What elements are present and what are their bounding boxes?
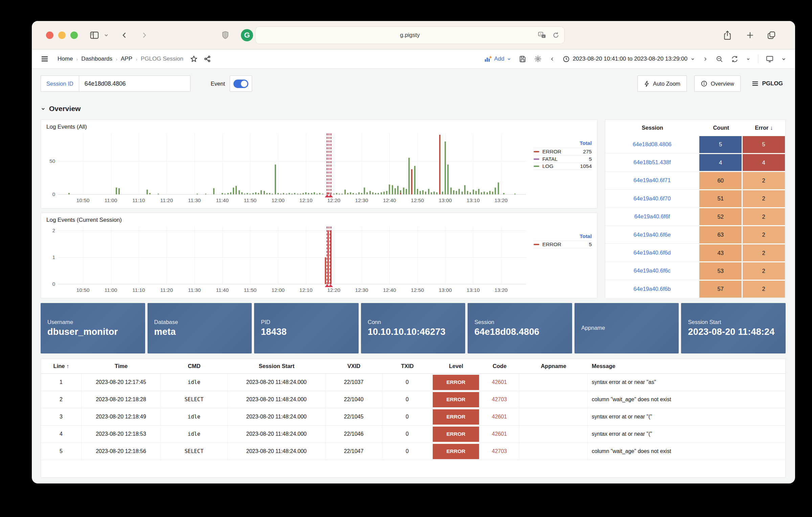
panel-title[interactable]: Log Events (All) — [46, 124, 87, 130]
zoom-window-button[interactable] — [70, 31, 78, 39]
annotation-line[interactable] — [328, 227, 329, 284]
breadcrumb-dashboards[interactable]: Dashboards — [81, 56, 112, 62]
favorite-star-icon[interactable] — [190, 55, 198, 63]
legend-item-error[interactable]: ERROR5 — [534, 241, 592, 248]
refresh-dashboard-icon[interactable] — [731, 55, 739, 63]
plot-area[interactable] — [58, 133, 526, 194]
legend-swatch — [534, 151, 539, 152]
legend-total-header[interactable]: Total — [534, 233, 592, 241]
time-shift-forward-icon[interactable] — [702, 56, 708, 62]
session-id-link[interactable]: 64e19a40.6f6c — [605, 262, 699, 280]
x-axis-label: 12:40 — [383, 197, 396, 203]
log-table-row[interactable]: 32023-08-20 12:18:49idle2023-08-20 11:48… — [41, 408, 785, 426]
translate-icon[interactable]: Ax — [538, 31, 546, 39]
session-id-link[interactable]: 64e18d08.4806 — [605, 135, 699, 153]
sidebar-chevron-down-icon[interactable] — [104, 33, 109, 38]
breadcrumb-home[interactable]: Home — [58, 56, 73, 62]
annotation-marker-icon[interactable] — [328, 284, 333, 287]
session-id-link[interactable]: 64e18b51.438f — [605, 153, 699, 171]
annotation-line[interactable] — [330, 227, 330, 284]
minimize-window-button[interactable] — [58, 31, 66, 39]
add-panel-button[interactable]: Add — [484, 56, 511, 62]
log-bar — [302, 193, 304, 194]
annotation-line[interactable] — [331, 133, 332, 194]
session-id-link[interactable]: 64e19a40.6f6e — [605, 226, 699, 244]
kiosk-chevron-down-icon[interactable] — [781, 57, 786, 62]
overview-section-header[interactable]: Overview — [41, 105, 81, 113]
log-column-header-time[interactable]: Time — [82, 363, 161, 369]
log-column-header-code[interactable]: Code — [480, 363, 519, 369]
legend-item-log[interactable]: LOG1054 — [534, 163, 592, 170]
log-column-header-appname[interactable]: Appname — [519, 363, 588, 369]
time-range-picker[interactable]: 2023-08-20 10:41:00 to 2023-08-20 13:29:… — [563, 56, 695, 63]
overview-button[interactable]: Overview — [694, 76, 741, 92]
session-id-link[interactable]: 64e19a40.6f70 — [605, 190, 699, 208]
plot-area[interactable] — [58, 227, 526, 284]
tab-overview-icon[interactable] — [767, 30, 776, 40]
log-table-row[interactable]: 42023-08-20 12:18:53idle2023-08-20 11:48… — [41, 426, 785, 443]
annotation-line[interactable] — [326, 133, 327, 194]
log-column-header-session-start[interactable]: Session Start — [228, 363, 325, 369]
dashboard-settings-gear-icon[interactable] — [534, 55, 542, 63]
session-id-link[interactable]: 64e19a40.6f6f — [605, 208, 699, 226]
log-column-header-txid[interactable]: TXID — [382, 363, 432, 369]
mega-menu-icon[interactable] — [41, 55, 49, 63]
legend-total-header[interactable]: Total — [534, 140, 592, 148]
panel-title[interactable]: Log Events (Current Session) — [46, 217, 122, 223]
grammarly-extension-icon[interactable]: G — [241, 29, 253, 41]
legend-item-fatal[interactable]: FATAL5 — [534, 155, 592, 163]
zoom-out-time-icon[interactable] — [716, 55, 723, 63]
annotation-line[interactable] — [331, 227, 332, 284]
share-icon[interactable] — [723, 30, 732, 40]
sidebar-toggle-icon[interactable] — [89, 30, 99, 40]
log-column-header-cmd[interactable]: CMD — [161, 363, 228, 369]
tv-mode-icon[interactable] — [766, 55, 774, 63]
new-tab-icon[interactable] — [746, 31, 754, 40]
annotation-line[interactable] — [328, 133, 329, 194]
vxid-cell: 22/1047 — [325, 443, 382, 460]
back-button[interactable] — [120, 31, 129, 39]
log-column-header-level[interactable]: Level — [432, 363, 480, 369]
pglog-menu-button[interactable]: PGLOG — [748, 80, 786, 87]
message-cell: column "wait_age" does not exist — [588, 391, 785, 408]
forward-button[interactable] — [140, 31, 148, 39]
breadcrumb-app[interactable]: APP — [121, 56, 132, 62]
txid-cell: 0 — [382, 408, 432, 425]
column-header-error[interactable]: Error ↓ — [742, 125, 785, 131]
session-id-input[interactable]: 64e18d08.4806 — [79, 76, 190, 92]
session-id-link[interactable]: 64e19a40.6f6b — [605, 280, 699, 298]
time-shift-back-icon[interactable] — [549, 56, 555, 62]
privacy-shield-icon[interactable] — [221, 31, 229, 40]
share-dashboard-icon[interactable] — [204, 55, 211, 63]
log-bar — [417, 189, 418, 194]
log-bar — [453, 190, 454, 194]
event-toggle[interactable] — [230, 76, 252, 92]
annotation-marker-icon[interactable] — [328, 194, 333, 197]
code-cell: 42601 — [480, 426, 519, 443]
log-table-row[interactable]: 52023-08-20 12:18:56SELECT2023-08-20 11:… — [41, 443, 785, 460]
log-table-row[interactable]: 22023-08-20 12:18:28SELECT2023-08-20 11:… — [41, 391, 785, 408]
session-id-link[interactable]: 64e19a40.6f6d — [605, 244, 699, 262]
log-column-header-line[interactable]: Line ↑ — [41, 363, 82, 369]
log-column-header-message[interactable]: Message — [588, 363, 785, 369]
save-dashboard-icon[interactable] — [519, 55, 526, 63]
cmd-cell: SELECT — [161, 443, 228, 460]
log-column-header-vxid[interactable]: VXID — [325, 363, 382, 369]
column-header-count[interactable]: Count — [700, 125, 743, 131]
close-window-button[interactable] — [46, 31, 53, 39]
log-table-row[interactable]: 12023-08-20 12:17:45idle2023-08-20 11:48… — [41, 374, 785, 391]
reload-icon[interactable] — [552, 31, 560, 39]
legend-item-error[interactable]: ERROR275 — [534, 148, 592, 155]
annotation-line[interactable] — [326, 227, 327, 284]
appname-cell — [519, 391, 588, 408]
x-axis-label: 13:10 — [467, 197, 480, 203]
refresh-interval-chevron-icon[interactable] — [746, 57, 750, 61]
auto-zoom-button[interactable]: Auto Zoom — [637, 76, 687, 92]
annotation-line[interactable] — [330, 133, 330, 194]
count-cell: 53 — [699, 262, 742, 279]
stat-label: Conn — [368, 319, 459, 325]
appname-cell — [519, 426, 588, 443]
column-header-session[interactable]: Session — [605, 125, 700, 131]
address-bar[interactable]: g.pigsty Ax — [255, 26, 565, 44]
session-id-link[interactable]: 64e19a40.6f71 — [605, 172, 699, 190]
